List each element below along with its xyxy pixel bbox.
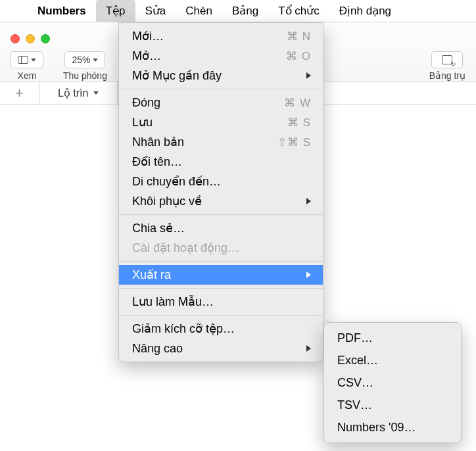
menu-separator	[119, 261, 323, 262]
pivot-button[interactable]	[431, 51, 463, 68]
chevron-down-icon	[31, 59, 36, 62]
pivot-label: Bảng trụ	[429, 70, 465, 81]
menu-separator	[119, 315, 323, 316]
menu-item-share[interactable]: Chia sẻ…	[119, 218, 323, 238]
fullscreen-window-button[interactable]	[41, 34, 50, 43]
menubar-item-table[interactable]: Bảng	[222, 0, 268, 22]
export-pdf[interactable]: PDF…	[324, 327, 461, 349]
menubar-item-file[interactable]: Tệp	[96, 0, 135, 22]
menu-label: Nhân bản	[132, 135, 277, 149]
add-sheet-button[interactable]: +	[0, 82, 39, 105]
menu-label: Cài đặt hoạt động…	[132, 241, 311, 255]
menu-label: Đóng	[132, 96, 284, 110]
toolbar-zoom-group: 25% Thu phóng	[63, 51, 107, 81]
menubar-item-insert[interactable]: Chèn	[176, 0, 222, 22]
menu-label: Mở Mục gần đây	[132, 68, 306, 83]
menu-shortcut: ⇧⌘ S	[277, 135, 311, 149]
menu-label: Mở…	[132, 49, 286, 63]
zoom-label: Thu phóng	[63, 70, 107, 81]
menu-label: Di chuyển đến…	[132, 174, 311, 189]
export-excel[interactable]: Excel…	[324, 349, 461, 371]
menu-item-advanced[interactable]: Nâng cao	[119, 339, 323, 358]
menu-item-export[interactable]: Xuất ra	[119, 265, 323, 285]
menu-item-duplicate[interactable]: Nhân bản ⇧⌘ S	[119, 132, 323, 152]
menu-item-reduce-file-size[interactable]: Giảm kích cỡ tệp…	[119, 319, 323, 339]
menubar-item-format[interactable]: Định dạng	[329, 0, 401, 22]
menu-label: Giảm kích cỡ tệp…	[132, 321, 311, 336]
menubar-item-edit[interactable]: Sửa	[135, 0, 176, 22]
toolbar-view-group: Xem	[11, 51, 43, 81]
menu-shortcut: ⌘ S	[287, 116, 311, 130]
view-label: Xem	[18, 70, 37, 81]
menu-label: Nâng cao	[132, 342, 306, 356]
chevron-right-icon	[306, 72, 311, 79]
menu-item-close[interactable]: Đóng ⌘ W	[119, 93, 323, 112]
chevron-right-icon	[306, 198, 311, 204]
menu-label: Đổi tên…	[132, 154, 311, 169]
menu-shortcut: ⌘ N	[287, 30, 311, 43]
menu-label: Chia sẻ…	[132, 221, 311, 235]
menu-label: Numbers '09…	[337, 421, 449, 435]
menu-label: Lưu làm Mẫu…	[132, 295, 311, 309]
menu-label: CSV…	[337, 376, 449, 390]
chevron-right-icon	[306, 272, 311, 278]
menu-item-revert-to[interactable]: Khôi phục về	[119, 191, 323, 211]
export-tsv[interactable]: TSV…	[324, 394, 461, 416]
export-submenu: PDF… Excel… CSV… TSV… Numbers '09…	[323, 322, 462, 443]
menu-label: TSV…	[337, 398, 449, 412]
menu-shortcut: ⌘ W	[284, 96, 311, 110]
menu-shortcut: ⌘ O	[286, 49, 311, 63]
chevron-down-icon	[93, 59, 98, 62]
traffic-lights	[11, 34, 50, 43]
menu-item-save[interactable]: Lưu ⌘ S	[119, 112, 323, 132]
menu-item-open[interactable]: Mở… ⌘ O	[119, 46, 323, 66]
pivot-table-icon	[442, 55, 452, 64]
menu-separator	[119, 89, 323, 89]
sheet-tab-label: Lộ trìn	[58, 87, 88, 99]
menu-item-open-recent[interactable]: Mở Mục gần đây	[119, 66, 323, 85]
menu-label: Xuất ra	[132, 268, 306, 282]
view-button[interactable]	[11, 51, 43, 68]
menu-separator	[119, 214, 323, 215]
chevron-right-icon	[306, 345, 311, 352]
menu-label: Mới…	[132, 29, 287, 43]
menu-label: PDF…	[337, 331, 449, 345]
sidebar-icon	[18, 56, 28, 64]
menubar: Numbers Tệp Sửa Chèn Bảng Tổ chức Định d…	[0, 0, 476, 22]
menu-label: Excel…	[337, 354, 449, 368]
menu-item-save-as-template[interactable]: Lưu làm Mẫu…	[119, 292, 323, 312]
toolbar-pivot-group: Bảng trụ	[429, 51, 465, 81]
sheet-tab[interactable]: Lộ trìn	[39, 82, 118, 105]
zoom-value: 25%	[72, 55, 90, 65]
file-menu-dropdown: Mới… ⌘ N Mở… ⌘ O Mở Mục gần đây Đóng ⌘ W…	[118, 22, 323, 362]
menubar-item-organize[interactable]: Tổ chức	[268, 0, 329, 22]
menu-item-activity-settings: Cài đặt hoạt động…	[119, 238, 323, 258]
minimize-window-button[interactable]	[26, 34, 35, 43]
menu-separator	[119, 288, 323, 289]
menu-label: Lưu	[132, 115, 287, 130]
menu-item-rename[interactable]: Đổi tên…	[119, 152, 323, 172]
export-numbers09[interactable]: Numbers '09…	[324, 416, 461, 439]
close-window-button[interactable]	[11, 34, 20, 43]
menu-item-move-to[interactable]: Di chuyển đến…	[119, 172, 323, 191]
chevron-down-icon	[93, 91, 99, 95]
menu-item-new[interactable]: Mới… ⌘ N	[119, 26, 323, 46]
menu-label: Khôi phục về	[132, 194, 306, 208]
zoom-select[interactable]: 25%	[64, 51, 105, 68]
menubar-app-name[interactable]: Numbers	[28, 0, 96, 22]
export-csv[interactable]: CSV…	[324, 371, 461, 394]
